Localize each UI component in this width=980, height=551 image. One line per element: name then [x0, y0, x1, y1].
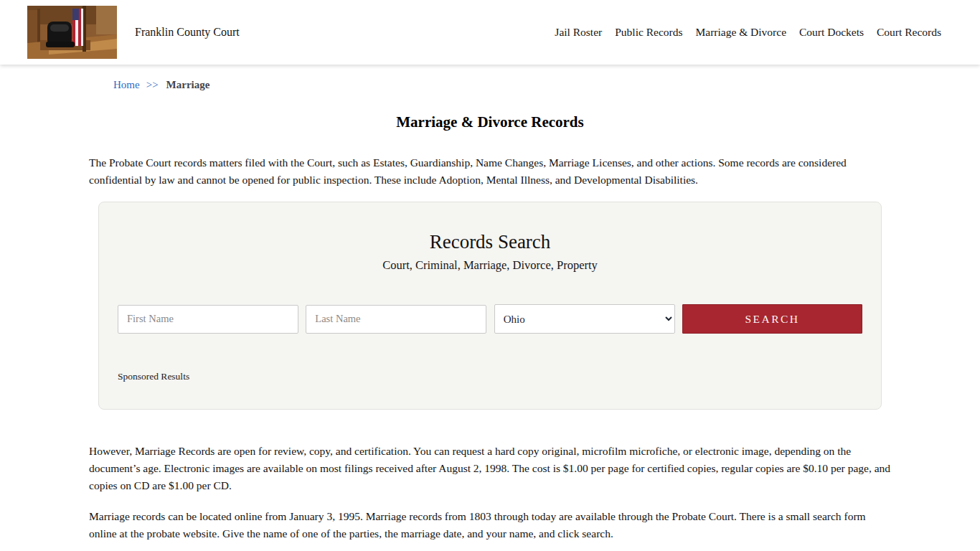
- nav-marriage-divorce[interactable]: Marriage & Divorce: [696, 26, 787, 39]
- main-content: Home>>Marriage Marriage & Divorce Record…: [89, 79, 891, 551]
- online-records-paragraph: Marriage records can be located online f…: [89, 508, 891, 542]
- search-button[interactable]: SEARCH: [682, 304, 862, 334]
- main-nav: Jail Roster Public Records Marriage & Di…: [555, 26, 941, 39]
- site-header: Franklin County Court Jail Roster Public…: [0, 0, 980, 65]
- nav-court-records[interactable]: Court Records: [877, 26, 941, 39]
- records-search-form: Ohio SEARCH: [118, 304, 862, 334]
- breadcrumb-separator: >>: [146, 79, 159, 90]
- breadcrumb-home-link[interactable]: Home: [113, 79, 140, 90]
- site-title: Franklin County Court: [135, 26, 240, 39]
- records-search-title: Records Search: [118, 231, 862, 253]
- page-title: Marriage & Divorce Records: [89, 113, 891, 131]
- flag-graphic: [72, 9, 83, 46]
- nav-public-records[interactable]: Public Records: [615, 26, 682, 39]
- last-name-input[interactable]: [306, 305, 486, 334]
- courtroom-logo-image[interactable]: [27, 6, 117, 59]
- judge-chair-graphic: [46, 22, 75, 47]
- records-search-subtitle: Court, Criminal, Marriage, Divorce, Prop…: [118, 258, 862, 273]
- intro-paragraph: The Probate Court records matters filed …: [89, 154, 891, 189]
- first-name-input[interactable]: [118, 305, 298, 334]
- records-search-panel: Records Search Court, Criminal, Marriage…: [98, 202, 882, 410]
- nav-court-dockets[interactable]: Court Dockets: [799, 26, 864, 39]
- nav-jail-roster[interactable]: Jail Roster: [555, 26, 602, 39]
- breadcrumb: Home>>Marriage: [89, 79, 891, 91]
- sponsored-results-label: Sponsored Results: [118, 371, 862, 382]
- breadcrumb-current: Marriage: [166, 79, 210, 90]
- state-select[interactable]: Ohio: [494, 304, 675, 334]
- marriage-records-paragraph: However, Marriage Records are open for r…: [89, 443, 891, 494]
